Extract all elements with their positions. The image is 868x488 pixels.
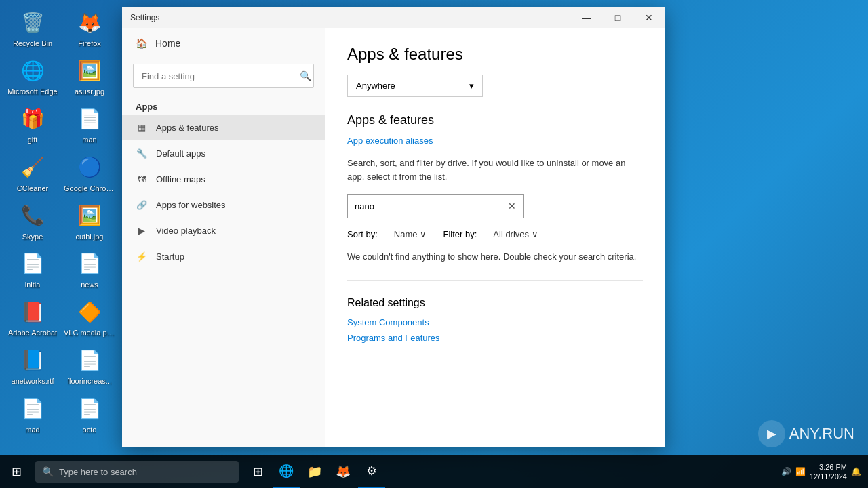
start-button[interactable]: ⊞: [0, 455, 33, 488]
anywhere-dropdown[interactable]: Anywhere ▾: [347, 75, 483, 97]
desktop-icon-news[interactable]: 📄 news: [62, 247, 117, 292]
nav-item-startup[interactable]: ⚡ Startup: [122, 243, 325, 269]
initia-icon: 📄: [18, 249, 47, 278]
nav-item-apps-websites[interactable]: 🔗 Apps for websites: [122, 192, 325, 218]
desktop-icon-man[interactable]: 📄 man: [62, 102, 117, 147]
minimize-button[interactable]: —: [571, 7, 602, 28]
anyrun-text: ANY.RUN: [789, 425, 854, 443]
close-button[interactable]: ✕: [633, 7, 665, 28]
octo-label: octo: [83, 426, 97, 434]
notification-icon[interactable]: 🔔: [851, 467, 861, 476]
desktop-icon-vlc[interactable]: 🔶 VLC media player: [62, 295, 117, 340]
desktop-icon-recycle-bin[interactable]: 🗑️ Recycle Bin: [5, 5, 60, 51]
firefox-label: Firefox: [78, 39, 101, 48]
filter-dropdown[interactable]: All drives ∨: [493, 229, 538, 239]
chrome-label: Google Chrome: [64, 184, 115, 193]
desktop-icon-skype[interactable]: 📞 Skype: [5, 199, 60, 244]
desktop-icon-firefox[interactable]: 🦊 Firefox: [62, 5, 117, 51]
apps-features-icon: ▦: [136, 121, 148, 134]
desktop-icon-acrobat[interactable]: 📕 Adobe Acrobat: [5, 295, 60, 340]
desktop-icon-gift[interactable]: 🎁 gift: [5, 102, 60, 147]
word-label: anetworks.rtf: [12, 377, 54, 386]
cuthi-icon: 🖼️: [75, 201, 104, 230]
filter-value: All drives: [493, 229, 529, 239]
anyrun-play-icon: ▶: [758, 420, 785, 447]
default-apps-icon: 🔧: [136, 147, 148, 159]
desktop-icon-asusr[interactable]: 🖼️ asusr.jpg: [62, 54, 117, 99]
app-search-input[interactable]: [348, 195, 501, 218]
ccleaner-label: CCleaner: [17, 184, 48, 193]
desktop-icon-floor[interactable]: 📄 floorincreas...: [62, 343, 117, 388]
octo-icon: 📄: [75, 394, 104, 423]
window-title: Settings: [130, 13, 571, 22]
taskbar-search-icon: 🔍: [42, 466, 54, 477]
vlc-label: VLC media player: [64, 329, 115, 338]
taskbar-tray: 🔊 📶 3:26 PM 12/11/2024 🔔: [774, 462, 868, 482]
window-controls: — □ ✕: [571, 7, 665, 28]
settings-body: 🏠 Home 🔍 Apps ▦ Apps & features 🔧 Defaul…: [122, 28, 665, 447]
nav-item-default-apps[interactable]: 🔧 Default apps: [122, 140, 325, 166]
taskbar-clock[interactable]: 3:26 PM 12/11/2024: [810, 462, 847, 482]
dropdown-arrow-icon: ▾: [469, 81, 474, 91]
section-divider: [347, 280, 643, 281]
anyrun-watermark: ▶ ANY.RUN: [758, 420, 854, 447]
settings-main: Apps & features Anywhere ▾ Apps & featur…: [326, 28, 665, 447]
desktop-icon-ccleaner[interactable]: 🧹 CCleaner: [5, 150, 60, 196]
home-icon: 🏠: [136, 38, 147, 49]
cuthi-label: cuthi.jpg: [76, 232, 104, 241]
settings-nav: 🏠 Home 🔍 Apps ▦ Apps & features 🔧 Defaul…: [122, 28, 326, 447]
taskbar-firefox[interactable]: 🦊: [330, 455, 357, 488]
nav-home-item[interactable]: 🏠 Home: [122, 28, 325, 58]
nav-item-offline-maps-label: Offline maps: [156, 174, 205, 184]
mad-label: mad: [25, 426, 39, 434]
taskbar-task-view[interactable]: ⊞: [244, 455, 271, 488]
desktop-icon-edge[interactable]: 🌐 Microsoft Edge: [5, 54, 60, 99]
nav-item-video-playback[interactable]: ▶ Video playback: [122, 218, 325, 243]
settings-search-input[interactable]: [133, 64, 314, 88]
sort-filter-row: Sort by: Name ∨ Filter by: All drives ∨: [347, 229, 643, 239]
settings-search-button[interactable]: 🔍: [300, 70, 311, 81]
desktop-icon-word[interactable]: 📘 anetworks.rtf: [5, 343, 60, 388]
desktop-icon-octo[interactable]: 📄 octo: [62, 392, 117, 437]
news-label: news: [81, 281, 98, 289]
edge-label: Microsoft Edge: [7, 87, 57, 96]
nav-item-apps-features-label: Apps & features: [156, 123, 219, 133]
gift-label: gift: [28, 136, 38, 144]
desktop-icon-cuthi[interactable]: 🖼️ cuthi.jpg: [62, 199, 117, 244]
desktop-icon-initia[interactable]: 📄 initia: [5, 247, 60, 292]
taskbar-edge[interactable]: 🌐: [273, 455, 300, 488]
settings-window: Settings — □ ✕ 🏠 Home 🔍 Apps ▦: [122, 7, 665, 447]
taskbar-search-box[interactable]: 🔍 Type here to search: [35, 461, 239, 483]
section-subtitle: Apps & features: [347, 113, 643, 127]
no-results-text: We couldn't find anything to show here. …: [347, 250, 643, 264]
startup-icon: ⚡: [136, 250, 148, 262]
floor-icon: 📄: [75, 346, 104, 374]
tray-network-icon: 🔊: [781, 467, 791, 476]
clear-search-button[interactable]: ✕: [501, 195, 523, 218]
nav-item-apps-features[interactable]: ▦ Apps & features: [122, 115, 325, 140]
nav-item-offline-maps[interactable]: 🗺 Offline maps: [122, 166, 325, 192]
taskbar: ⊞ 🔍 Type here to search ⊞ 🌐 📁 🦊 ⚙ 🔊 📶 3:…: [0, 455, 868, 488]
nav-section-title: Apps: [122, 94, 325, 115]
maximize-button[interactable]: □: [602, 7, 633, 28]
taskbar-settings[interactable]: ⚙: [358, 455, 385, 488]
nav-search-box: 🔍: [133, 64, 314, 88]
firefox-icon: 🦊: [75, 8, 104, 37]
system-components-link[interactable]: System Components: [347, 317, 643, 327]
vlc-icon: 🔶: [75, 298, 104, 326]
programs-features-link[interactable]: Programs and Features: [347, 333, 643, 343]
asusr-icon: 🖼️: [75, 56, 104, 85]
recycle-bin-icon: 🗑️: [18, 8, 47, 37]
sort-value: Name: [394, 229, 418, 239]
desktop-icon-mad[interactable]: 📄 mad: [5, 392, 60, 437]
window-titlebar: Settings — □ ✕: [122, 7, 665, 28]
video-playback-icon: ▶: [136, 224, 148, 237]
execution-aliases-link[interactable]: App execution aliases: [347, 136, 643, 146]
initia-label: initia: [25, 281, 41, 289]
taskbar-explorer[interactable]: 📁: [301, 455, 328, 488]
man-label: man: [82, 136, 96, 144]
desktop-icon-chrome[interactable]: 🔵 Google Chrome: [62, 150, 117, 196]
nav-item-default-apps-label: Default apps: [156, 148, 205, 159]
gift-icon: 🎁: [18, 104, 47, 133]
sort-dropdown[interactable]: Name ∨: [394, 229, 427, 239]
